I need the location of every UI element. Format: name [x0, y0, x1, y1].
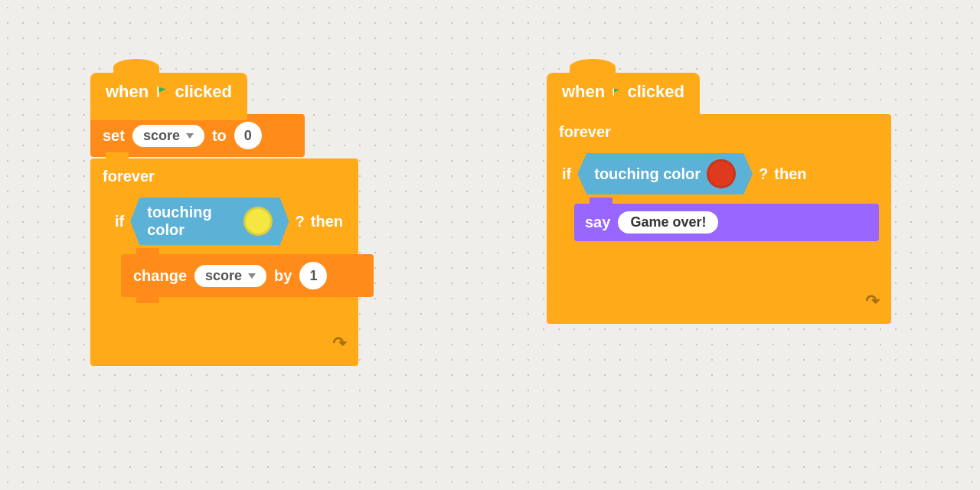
touching-color-label-left: touching color	[147, 204, 237, 239]
svg-rect-0	[158, 87, 159, 97]
change-score-dropdown[interactable]: score	[194, 265, 266, 287]
touching-color-condition-left[interactable]: touching color	[130, 198, 289, 245]
if-block-bottom-bar-right	[574, 244, 879, 267]
if-inner-left: change score by 1	[121, 251, 352, 300]
clicked-label-left: clicked	[175, 82, 232, 102]
touching-color-label-right: touching color	[594, 165, 701, 183]
forever-block-right[interactable]: forever if touching color ? then	[547, 114, 891, 324]
when-label-right: when	[562, 82, 605, 102]
green-flag-icon-left	[155, 82, 168, 102]
question-mark-left: ?	[296, 213, 305, 230]
forever-label-left: forever	[90, 158, 358, 191]
when-flag-clicked-hat-right[interactable]: when clicked	[547, 73, 700, 113]
if-label-right: if	[562, 165, 571, 183]
score-variable-dropdown[interactable]: score	[132, 125, 204, 147]
score-value-input[interactable]: 0	[234, 122, 262, 149]
change-score-variable-label: score	[205, 268, 242, 284]
change-score-block[interactable]: change score by 1	[121, 254, 374, 297]
if-touching-color-block-left[interactable]: if touching color ? then change	[106, 191, 352, 323]
question-mark-right: ?	[759, 165, 768, 183]
then-label-left: then	[311, 213, 343, 230]
if-row-right: if touching color ? then	[553, 147, 885, 201]
green-flag-icon-right	[611, 82, 621, 102]
red-color-circle[interactable]	[707, 159, 736, 188]
score-variable-label: score	[143, 128, 180, 144]
when-label-left: when	[106, 82, 149, 102]
scratch-blocks-area: when clicked set score to 0	[0, 0, 980, 490]
by-label: by	[274, 267, 292, 285]
change-value-input[interactable]: 1	[299, 262, 327, 289]
change-label: change	[133, 267, 187, 285]
set-score-block[interactable]: set score to 0	[90, 114, 305, 157]
change-dropdown-arrow-icon	[248, 273, 256, 279]
if-label-left: if	[115, 213, 124, 230]
if-touching-color-block-right[interactable]: if touching color ? then say Game over!	[553, 147, 885, 287]
to-label: to	[212, 127, 227, 145]
say-block[interactable]: say Game over!	[574, 204, 879, 241]
clicked-label-right: clicked	[627, 82, 684, 102]
when-flag-clicked-hat-left[interactable]: when clicked	[90, 73, 247, 113]
say-label: say	[585, 214, 610, 231]
say-text-input[interactable]: Game over!	[618, 211, 718, 234]
repeat-arrow-right: ↷	[547, 287, 891, 316]
forever-block-left[interactable]: forever if touching color ? then	[90, 158, 358, 366]
if-block-footer-right	[559, 269, 879, 281]
set-label: set	[103, 127, 125, 145]
then-label-right: then	[774, 165, 806, 183]
svg-rect-1	[613, 88, 615, 96]
right-script: when clicked forever if touching color	[547, 73, 891, 324]
if-row-left: if touching color ? then	[106, 191, 352, 251]
say-text-value: Game over!	[630, 214, 706, 230]
forever-inner-left: if touching color ? then change	[106, 191, 358, 329]
repeat-arrow-left: ↷	[90, 329, 358, 358]
touching-color-condition-right[interactable]: touching color	[577, 153, 753, 194]
left-script: when clicked set score to 0	[90, 73, 358, 366]
yellow-color-circle[interactable]	[243, 207, 273, 236]
dropdown-arrow-icon	[186, 133, 194, 139]
